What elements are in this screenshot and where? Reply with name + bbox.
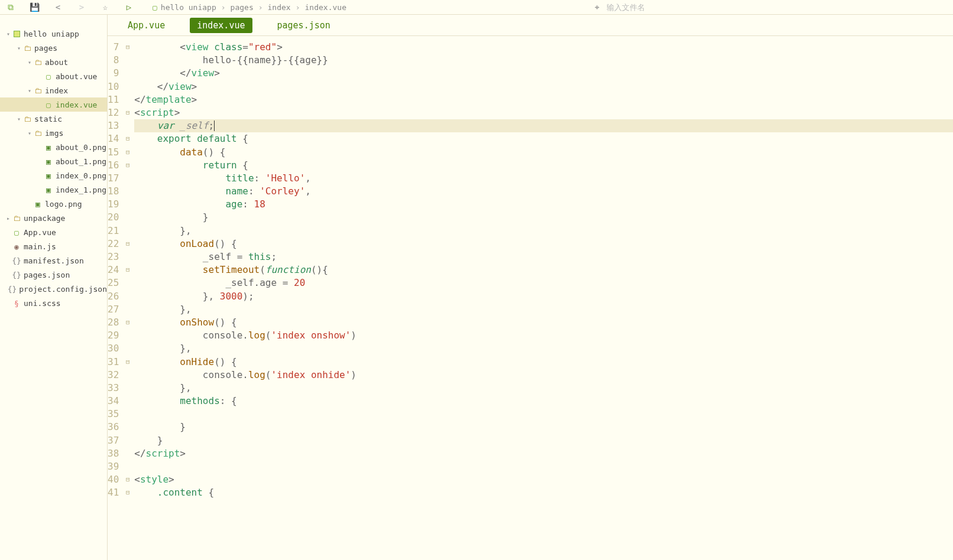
twist-icon[interactable]: ▾ <box>26 130 33 136</box>
code-editor[interactable]: 7891011121314151617181920212223242526272… <box>108 36 953 560</box>
tree-item-App-vue[interactable]: ▢App.vue <box>0 225 107 239</box>
tree-item-static[interactable]: ▾🗀static <box>0 112 107 126</box>
editor-tabs: App.vueindex.vuepages.json <box>108 15 953 36</box>
code-line-33[interactable]: }, <box>134 382 953 395</box>
code-line-28[interactable]: onShow() { <box>134 316 953 329</box>
tab-index-vue[interactable]: index.vue <box>190 18 252 33</box>
tab-App-vue[interactable]: App.vue <box>121 18 172 33</box>
save-icon[interactable]: 💾 <box>30 2 39 12</box>
code-line-17[interactable]: title: 'Hello', <box>134 172 953 185</box>
tree-label: logo.png <box>45 200 82 209</box>
twist-icon[interactable]: ▾ <box>15 45 22 51</box>
code-content[interactable]: <view class="red"> hello-{{name}}-{{age}… <box>132 36 953 560</box>
tree-label: project.config.json <box>19 285 107 294</box>
tree-item-uni-scss[interactable]: §uni.scss <box>0 296 107 310</box>
breadcrumb: ▢ hello uniapp › pages › index › index.v… <box>153 3 346 12</box>
code-line-16[interactable]: return { <box>134 159 953 172</box>
tree-item-pages-json[interactable]: {}pages.json <box>0 268 107 282</box>
code-line-24[interactable]: setTimeout(function(){ <box>134 263 953 276</box>
top-toolbar: ⧉ 💾 < > ☆ ▷ ▢ hello uniapp › pages › ind… <box>0 0 953 14</box>
code-line-25[interactable]: _self.age = 20 <box>134 276 953 289</box>
code-line-37[interactable]: } <box>134 434 953 447</box>
locate-icon[interactable]: ⌖ <box>592 2 602 12</box>
code-line-8[interactable]: hello-{{name}}-{{age}} <box>134 54 953 67</box>
code-line-20[interactable]: } <box>134 211 953 224</box>
tree-item-index[interactable]: ▾🗀index <box>0 83 107 97</box>
code-line-10[interactable]: </view> <box>134 80 953 93</box>
code-line-7[interactable]: <view class="red"> <box>134 41 953 54</box>
code-line-26[interactable]: }, 3000); <box>134 290 953 303</box>
code-line-41[interactable]: .content { <box>134 486 953 499</box>
code-line-18[interactable]: name: 'Corley', <box>134 185 953 198</box>
forward-icon[interactable]: > <box>77 2 86 12</box>
new-file-icon[interactable]: ⧉ <box>6 2 15 12</box>
tree-label: index <box>45 86 68 95</box>
tab-pages-json[interactable]: pages.json <box>270 18 338 33</box>
tree-item-main-js[interactable]: ◉main.js <box>0 239 107 253</box>
tree-item-hello-uniapp[interactable]: ▾hello uniapp <box>0 27 107 41</box>
twist-icon[interactable]: ▾ <box>26 59 33 66</box>
tree-item-unpackage[interactable]: ▸🗀unpackage <box>0 211 107 225</box>
code-line-35[interactable] <box>134 408 953 421</box>
code-line-31[interactable]: onHide() { <box>134 356 953 369</box>
file-search-input[interactable] <box>607 3 902 12</box>
tree-item-about-vue[interactable]: ▢about.vue <box>0 69 107 83</box>
tree-label: pages <box>34 44 57 53</box>
code-line-32[interactable]: console.log('index onhide') <box>134 369 953 382</box>
tree-item-manifest-json[interactable]: {}manifest.json <box>0 253 107 268</box>
tree-label: index_1.png <box>56 185 106 194</box>
tree-item-project-config-json[interactable]: {}project.config.json <box>0 282 107 296</box>
file-icon: ▢ <box>153 3 157 12</box>
tree-item-about[interactable]: ▾🗀about <box>0 55 107 69</box>
code-line-9[interactable]: </view> <box>134 67 953 80</box>
breadcrumb-item[interactable]: index <box>268 3 291 12</box>
code-line-22[interactable]: onLoad() { <box>134 237 953 250</box>
tree-item-logo-png[interactable]: ▣logo.png <box>0 197 107 211</box>
code-line-11[interactable]: </template> <box>134 93 953 106</box>
chevron-right-icon: › <box>221 3 226 12</box>
chevron-right-icon: › <box>296 3 300 12</box>
run-icon[interactable]: ▷ <box>124 2 134 12</box>
tree-item-pages[interactable]: ▾🗀pages <box>0 41 107 55</box>
code-line-40[interactable]: <style> <box>134 473 953 486</box>
code-line-21[interactable]: }, <box>134 224 953 237</box>
tree-label: imgs <box>45 129 63 138</box>
tree-item-about_0-png[interactable]: ▣about_0.png <box>0 140 107 154</box>
tree-label: App.vue <box>24 228 56 237</box>
tree-item-imgs[interactable]: ▾🗀imgs <box>0 126 107 140</box>
breadcrumb-item[interactable]: index.vue <box>305 3 346 12</box>
twist-icon[interactable]: ▸ <box>5 215 12 222</box>
twist-icon[interactable]: ▾ <box>5 31 12 37</box>
tree-label: main.js <box>24 242 56 251</box>
file-tree[interactable]: ▾hello uniapp▾🗀pages▾🗀about▢about.vue▾🗀i… <box>0 15 108 560</box>
code-line-27[interactable]: }, <box>134 303 953 316</box>
code-line-15[interactable]: data() { <box>134 146 953 159</box>
star-icon[interactable]: ☆ <box>101 2 110 12</box>
code-line-39[interactable] <box>134 460 953 473</box>
fold-column[interactable]: ⊟⊟⊟⊟⊟⊟⊟⊟⊟⊟⊟ <box>124 36 132 560</box>
tree-item-about_1-png[interactable]: ▣about_1.png <box>0 154 107 168</box>
tree-label: uni.scss <box>24 299 61 308</box>
code-line-30[interactable]: }, <box>134 342 953 355</box>
code-line-23[interactable]: _self = this; <box>134 250 953 263</box>
code-line-36[interactable]: } <box>134 421 953 434</box>
code-line-29[interactable]: console.log('index onshow') <box>134 329 953 342</box>
twist-icon[interactable]: ▾ <box>26 87 33 94</box>
code-line-14[interactable]: export default { <box>134 132 953 145</box>
tree-label: about_1.png <box>56 157 106 166</box>
tree-item-index_1-png[interactable]: ▣index_1.png <box>0 183 107 197</box>
code-line-34[interactable]: methods: { <box>134 395 953 408</box>
code-line-12[interactable]: <script> <box>134 106 953 119</box>
back-icon[interactable]: < <box>53 2 63 12</box>
breadcrumb-item[interactable]: hello uniapp <box>161 3 216 12</box>
tree-label: unpackage <box>24 214 65 223</box>
twist-icon[interactable]: ▾ <box>15 116 22 122</box>
tree-label: index_0.png <box>56 171 106 180</box>
code-line-13[interactable]: var _self; <box>134 119 953 132</box>
tree-item-index_0-png[interactable]: ▣index_0.png <box>0 168 107 183</box>
code-line-38[interactable]: </script> <box>134 447 953 460</box>
code-line-19[interactable]: age: 18 <box>134 198 953 211</box>
tree-item-index-vue[interactable]: ▢index.vue <box>0 97 107 112</box>
tree-label: hello uniapp <box>24 30 79 38</box>
breadcrumb-item[interactable]: pages <box>231 3 254 12</box>
